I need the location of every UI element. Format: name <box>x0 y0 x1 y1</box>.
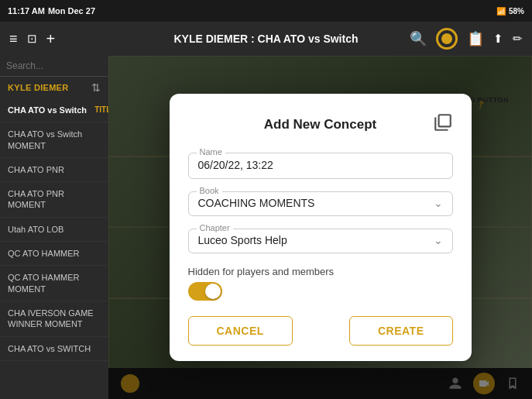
book-select[interactable]: COACHING MOMENTS ⌄ <box>198 197 443 209</box>
menu-icon[interactable]: ≡ <box>9 31 18 47</box>
sidebar-header: KYLE DIEMER ⇅ <box>0 77 108 98</box>
modal-header: Add New Concept <box>188 112 453 137</box>
sidebar-item-6[interactable]: QC ATO HAMMER MOMENT <box>0 266 108 301</box>
status-right: 📶 58% <box>496 7 524 15</box>
record-dot <box>441 33 452 44</box>
name-label: Name <box>197 147 225 157</box>
record-button[interactable] <box>436 28 458 50</box>
nav-title: KYLE DIEMER : CHA ATO vs Switch <box>173 33 358 45</box>
sidebar-item-8[interactable]: CHA ATO vs SWITCH <box>0 337 108 361</box>
sidebar-item-3[interactable]: CHA ATO PNR MOMENT <box>0 182 108 218</box>
name-field-group: Name <box>188 153 453 179</box>
date: Mon Dec 27 <box>48 6 95 15</box>
modal: Add New Concept Name Book COACHING MOMEN… <box>170 94 472 361</box>
tablet-icon[interactable]: ⊡ <box>27 32 37 46</box>
item-label-8: CHA ATO vs SWITCH <box>8 344 91 353</box>
time: 11:17 AM <box>8 6 45 15</box>
search-input[interactable] <box>6 60 108 71</box>
item-label-0: CHA ATO vs Switch <box>8 105 87 115</box>
sidebar-item-4[interactable]: Utah ATO LOB <box>0 218 108 242</box>
sidebar-item-1[interactable]: CHA ATO vs Switch MOMENT <box>0 122 108 158</box>
plus-icon[interactable]: + <box>46 30 56 48</box>
chapter-field-group[interactable]: Chapter Luceo Sports Help ⌄ <box>188 229 453 253</box>
status-bar: 11:17 AM Mon Dec 27 📶 58% <box>0 0 532 22</box>
name-input[interactable] <box>198 159 443 171</box>
book-label: Book <box>197 186 222 195</box>
search-icon[interactable]: 🔍 <box>410 30 427 47</box>
create-button[interactable]: CREATE <box>349 316 453 346</box>
chapter-select[interactable]: Luceo Sports Help ⌄ <box>198 234 443 246</box>
battery: 58% <box>509 7 524 15</box>
sidebar-user: KYLE DIEMER <box>8 83 68 92</box>
modal-title: Add New Concept <box>208 117 433 132</box>
chapter-chevron-icon: ⌄ <box>434 234 443 246</box>
nav-left: ≡ ⊡ + <box>9 30 55 48</box>
edit-icon[interactable]: ✏ <box>513 32 523 46</box>
item-label-1: CHA ATO vs Switch MOMENT <box>8 129 82 150</box>
nav-right: 🔍 📋 ⬆ ✏ <box>410 28 523 50</box>
search-bar: 🔍 › <box>0 56 108 77</box>
item-label-5: QC ATO HAMMER <box>8 249 80 258</box>
sidebar-items: CHA ATO vs Switch TITLE CHA ATO vs Switc… <box>0 98 108 399</box>
video-area: RECORD BUTTON ↗ ▶ <box>108 56 532 399</box>
item-label-2: CHA ATO PNR <box>8 165 64 174</box>
book-value: COACHING MOMENTS <box>198 197 315 209</box>
status-left: 11:17 AM Mon Dec 27 <box>8 6 95 15</box>
modal-buttons: CANCEL CREATE <box>188 316 453 346</box>
main-content: 🔍 › KYLE DIEMER ⇅ CHA ATO vs Switch TITL… <box>0 56 532 399</box>
item-label-7: CHA IVERSON GAME WINNER MOMENT <box>8 308 94 328</box>
modal-overlay: Add New Concept Name Book COACHING MOMEN… <box>108 56 532 399</box>
chapter-label: Chapter <box>197 223 233 232</box>
clipboard-icon[interactable]: 📋 <box>467 30 484 47</box>
chapter-value: Luceo Sports Help <box>198 234 287 246</box>
cancel-button[interactable]: CANCEL <box>188 316 293 346</box>
toggle[interactable] <box>188 282 222 301</box>
hidden-label: Hidden for players and members <box>188 266 453 277</box>
item-label-3: CHA ATO PNR MOMENT <box>8 189 64 209</box>
toggle-thumb <box>205 284 221 299</box>
item-label-6: QC ATO HAMMER MOMENT <box>8 273 80 293</box>
book-field-group[interactable]: Book COACHING MOMENTS ⌄ <box>188 191 453 216</box>
share-icon[interactable]: ⬆ <box>493 32 503 46</box>
item-label-4: Utah ATO LOB <box>8 225 63 234</box>
sidebar-item-2[interactable]: CHA ATO PNR <box>0 158 108 182</box>
book-chevron-icon: ⌄ <box>434 197 443 209</box>
sidebar-item-0[interactable]: CHA ATO vs Switch TITLE <box>0 98 108 122</box>
wifi-icon: 📶 <box>496 7 506 15</box>
sidebar-item-7[interactable]: CHA IVERSON GAME WINNER MOMENT <box>0 301 108 337</box>
sidebar: 🔍 › KYLE DIEMER ⇅ CHA ATO vs Switch TITL… <box>0 56 108 399</box>
modal-book-icon <box>433 112 453 137</box>
nav-bar: ≡ ⊡ + KYLE DIEMER : CHA ATO vs Switch 🔍 … <box>0 22 532 56</box>
hidden-row: Hidden for players and members <box>188 266 453 301</box>
sort-icon[interactable]: ⇅ <box>91 81 101 94</box>
sidebar-item-5[interactable]: QC ATO HAMMER <box>0 242 108 266</box>
title-annotation: TITLE <box>94 105 108 115</box>
